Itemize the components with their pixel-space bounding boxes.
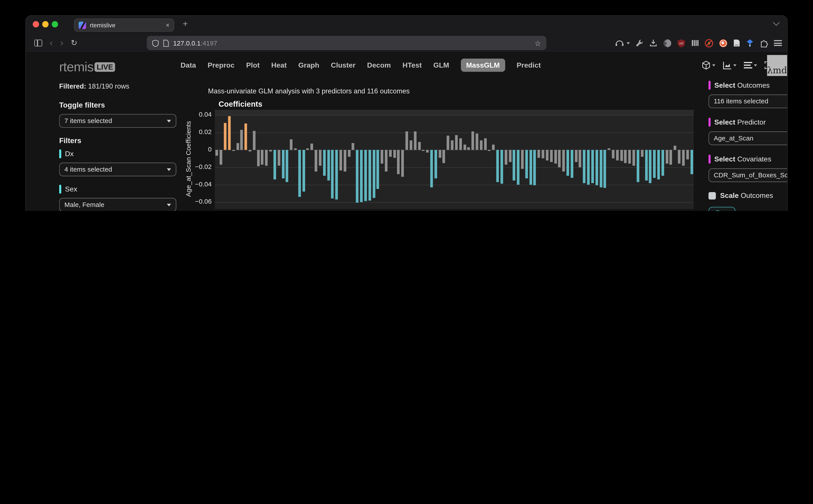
browser-tab[interactable]: rtemislive × [74,19,174,32]
gem-extension-icon[interactable] [746,39,754,47]
puzzle-extension-icon[interactable] [760,39,768,47]
bar[interactable] [430,150,433,187]
url-bar[interactable]: 127.0.0.1:4197 ☆ [147,36,546,50]
page-info-icon[interactable] [163,39,169,47]
bar[interactable] [546,150,549,160]
tab-data[interactable]: Data [180,59,196,72]
notes-extension-icon[interactable] [733,39,740,47]
bar[interactable] [352,143,354,150]
dark-extension-icon[interactable] [663,39,671,47]
bar[interactable] [649,150,652,183]
bar[interactable] [484,138,486,150]
tab-decom[interactable]: Decom [367,59,391,72]
tab-list-chevron-icon[interactable] [773,19,780,26]
bar[interactable] [467,147,470,150]
predictor-dropdown[interactable]: Age_at_Scan [709,131,787,145]
zoom-window-button[interactable] [52,21,58,28]
bar[interactable] [633,150,635,165]
bar[interactable] [525,150,528,178]
forward-icon[interactable]: › [60,39,63,46]
bookmark-star-icon[interactable]: ☆ [534,39,541,47]
bar[interactable] [265,150,268,165]
bar[interactable] [604,150,606,188]
bar[interactable] [405,132,408,150]
bar[interactable] [587,150,590,185]
bar[interactable] [505,150,507,165]
bar[interactable] [670,150,672,165]
bar[interactable] [240,130,243,150]
bar[interactable] [463,145,466,150]
bar[interactable] [550,150,553,162]
bar[interactable] [666,150,668,164]
bar[interactable] [331,150,334,199]
cube-chevron-icon[interactable] [712,64,715,66]
bar[interactable] [529,150,532,185]
bar[interactable] [674,146,676,150]
bar[interactable] [410,140,412,150]
tab-glm[interactable]: GLM [433,59,449,72]
bar[interactable] [294,148,297,150]
coef-chart-plot-area[interactable] [215,110,694,209]
bar[interactable] [323,150,326,176]
bar[interactable] [216,150,218,156]
bar[interactable] [471,132,474,150]
bar[interactable] [558,150,561,167]
cube-icon[interactable] [702,61,711,70]
bar[interactable] [492,145,495,150]
lambda-md-badge[interactable]: λmd [767,55,787,76]
tab-graph[interactable]: Graph [298,59,319,72]
bar[interactable] [608,148,610,150]
bar[interactable] [356,150,359,203]
reload-icon[interactable]: ↻ [71,38,77,47]
bar[interactable] [290,139,293,150]
bar[interactable] [249,150,251,152]
bar[interactable] [253,131,255,150]
chart-chevron-icon[interactable] [733,64,736,66]
bar[interactable] [447,136,449,150]
bar[interactable] [459,138,462,150]
bar[interactable] [451,140,454,150]
bar[interactable] [232,150,235,151]
tab-htest[interactable]: HTest [403,59,422,72]
bar[interactable] [273,150,276,179]
bar[interactable] [628,150,631,164]
bar[interactable] [418,142,420,150]
bar[interactable] [414,132,416,150]
bar[interactable] [426,150,429,152]
tab-plot[interactable]: Plot [246,59,260,72]
bar[interactable] [298,150,301,197]
bar[interactable] [401,150,404,177]
bar[interactable] [562,150,565,171]
tab-preproc[interactable]: Preproc [208,59,235,72]
bar[interactable] [315,150,317,171]
bar[interactable] [302,150,305,191]
wrench-icon[interactable] [636,39,644,47]
bar[interactable] [422,150,425,151]
list-chevron-icon[interactable] [754,64,757,66]
bar[interactable] [488,150,491,151]
bar[interactable] [372,150,375,198]
bar[interactable] [236,143,239,150]
bar[interactable] [517,150,520,185]
bar[interactable] [521,150,524,169]
account-chevron-icon[interactable] [627,42,630,44]
bar[interactable] [645,150,648,180]
bar[interactable] [228,116,231,150]
tab-cluster[interactable]: Cluster [331,59,355,72]
bar[interactable] [624,150,627,163]
bar[interactable] [496,150,499,182]
list-icon[interactable] [744,62,752,69]
bar[interactable] [595,150,598,186]
bar[interactable] [661,150,664,176]
bar[interactable] [571,150,573,178]
bar[interactable] [434,150,437,178]
tab-predict[interactable]: Predict [517,59,541,72]
filter-dropdown[interactable]: 4 items selected [59,163,176,176]
bar[interactable] [542,150,544,158]
scale-outcomes-checkbox[interactable] [709,192,716,199]
bar[interactable] [686,150,689,159]
bar[interactable] [224,123,226,150]
bar[interactable] [500,150,503,184]
bar[interactable] [443,150,445,163]
new-tab-button[interactable]: + [183,19,188,30]
